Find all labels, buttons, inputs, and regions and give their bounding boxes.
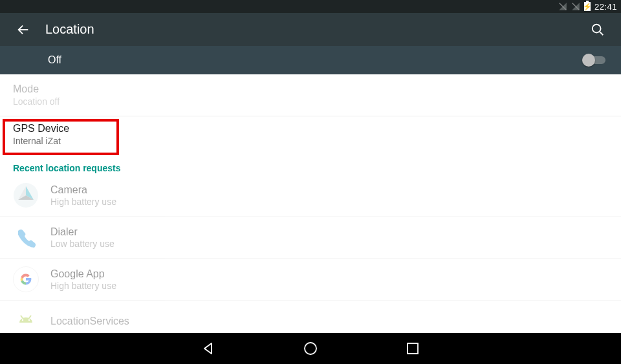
app-bar: Location	[0, 13, 621, 46]
status-clock: 22:41	[594, 2, 617, 12]
status-bar: ⚡ 22:41	[0, 0, 621, 13]
nav-home-button[interactable]	[301, 339, 320, 358]
gps-title: GPS Device	[13, 123, 612, 134]
gps-device-row[interactable]: GPS Device Internal iZat	[0, 116, 621, 153]
location-switch-toggle[interactable]	[582, 54, 605, 67]
recent-app-camera[interactable]: Camera High battery use	[0, 175, 621, 217]
search-button[interactable]	[585, 17, 611, 43]
recent-app-google[interactable]: Google App High battery use	[0, 259, 621, 301]
mode-row: Mode Location off	[0, 74, 621, 116]
recent-app-camera-sub: High battery use	[50, 197, 116, 207]
circle-home-icon	[303, 341, 318, 356]
svg-line-4	[600, 31, 604, 35]
sim-icon-2	[571, 2, 580, 11]
svg-point-7	[28, 319, 30, 321]
battery-charging-icon: ⚡	[584, 2, 591, 11]
mode-sub: Location off	[13, 96, 608, 107]
recent-app-google-title: Google App	[50, 268, 116, 280]
recent-app-dialer[interactable]: Dialer Low battery use	[0, 217, 621, 259]
recent-app-dialer-sub: Low battery use	[50, 239, 114, 249]
location-switch-label: Off	[48, 54, 582, 66]
recent-app-locationservices[interactable]: LocationServices	[0, 301, 621, 333]
dialer-icon	[13, 224, 39, 250]
svg-line-8	[21, 316, 23, 318]
svg-point-10	[305, 343, 316, 354]
camera-icon	[13, 182, 39, 208]
recent-app-camera-title: Camera	[50, 184, 116, 196]
svg-point-3	[593, 24, 601, 32]
triangle-back-icon	[201, 341, 216, 356]
navigation-bar	[0, 333, 621, 364]
mode-title: Mode	[13, 83, 608, 95]
back-button[interactable]	[10, 17, 36, 43]
android-icon	[13, 308, 39, 333]
page-title: Location	[45, 22, 585, 37]
recent-app-google-sub: High battery use	[50, 281, 116, 291]
arrow-left-icon	[16, 23, 30, 37]
nav-recents-button[interactable]	[404, 339, 422, 358]
square-recents-icon	[405, 341, 420, 356]
recent-app-dialer-title: Dialer	[50, 226, 114, 238]
nav-back-button[interactable]	[199, 339, 217, 358]
content-area: Mode Location off GPS Device Internal iZ…	[0, 74, 621, 333]
svg-line-9	[29, 316, 31, 318]
svg-rect-11	[408, 343, 418, 354]
recent-requests-header: Recent location requests	[0, 153, 621, 175]
sim-icon-1	[558, 2, 567, 11]
recent-app-locsvc-title: LocationServices	[50, 316, 129, 327]
search-icon	[591, 23, 605, 37]
location-switch-row[interactable]: Off	[0, 46, 621, 74]
google-icon	[13, 266, 39, 292]
gps-sub: Internal iZat	[13, 136, 612, 146]
svg-point-6	[22, 319, 23, 321]
